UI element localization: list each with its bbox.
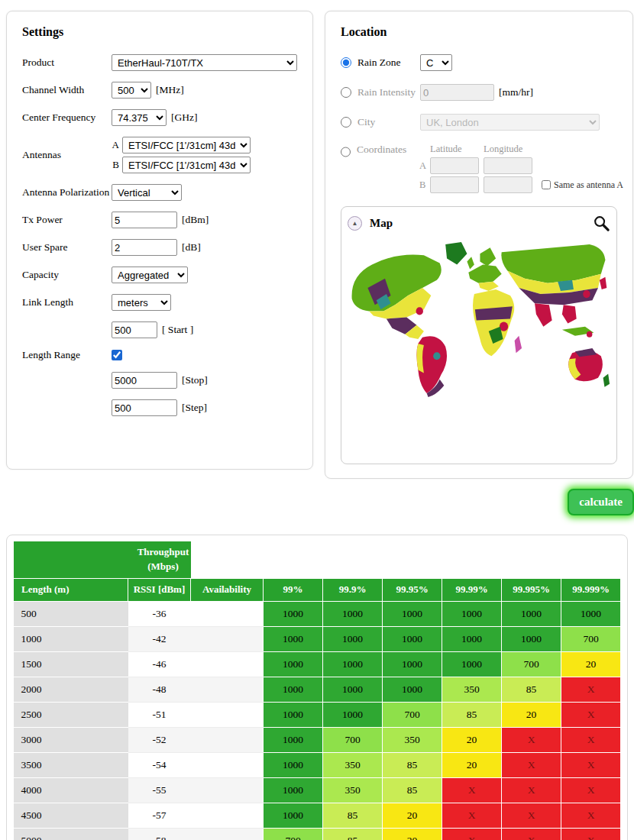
col-length: Length (m) bbox=[14, 578, 128, 601]
rssi-cell: -46 bbox=[128, 651, 191, 677]
top-panels: Settings Product EtherHaul-710T/TX Chann… bbox=[0, 0, 634, 479]
length-cell: 5000 bbox=[14, 828, 128, 840]
antenna-a-select[interactable]: ETSI/FCC [1'/31cm] 43dBi bbox=[122, 137, 251, 153]
rain-zone-row: Rain Zone C bbox=[341, 54, 617, 71]
start-row: [ Start ] bbox=[22, 321, 297, 338]
collapse-map-button[interactable]: ▲ bbox=[348, 216, 362, 231]
result-row: 4500-5710008520XXX bbox=[14, 803, 621, 828]
rssi-cell: -42 bbox=[128, 626, 191, 651]
rain-zone-radio[interactable] bbox=[341, 57, 351, 68]
rssi-cell: -51 bbox=[128, 702, 191, 727]
user-spare-label: User Spare bbox=[22, 241, 112, 254]
throughput-cell: X bbox=[561, 727, 621, 752]
antenna-b-select[interactable]: ETSI/FCC [1'/31cm] 43dBi bbox=[122, 157, 251, 173]
throughput-cell: 1000 bbox=[264, 626, 323, 651]
length-cell: 3000 bbox=[14, 727, 128, 752]
longitude-b-input bbox=[484, 176, 532, 193]
result-row: 1500-46100010001000100070020 bbox=[14, 651, 621, 677]
throughput-header-row: Throughput (Mbps) bbox=[14, 541, 621, 578]
settings-panel: Settings Product EtherHaul-710T/TX Chann… bbox=[6, 11, 313, 470]
link-length-unit-select[interactable]: meters bbox=[112, 294, 171, 311]
availability-cell bbox=[191, 752, 264, 777]
product-select[interactable]: EtherHaul-710T/TX bbox=[112, 54, 297, 71]
throughput-cell: 85 bbox=[323, 828, 383, 840]
results-panel: Throughput (Mbps) Length (m) RSSI [dBm] … bbox=[6, 535, 628, 840]
coord-b-label: B bbox=[419, 179, 425, 191]
availability-cell bbox=[191, 651, 264, 677]
result-row: 4000-55100035085XXX bbox=[14, 777, 621, 803]
stop-row: [Stop] bbox=[22, 372, 297, 389]
city-radio[interactable] bbox=[341, 117, 351, 128]
throughput-cell: 20 bbox=[561, 651, 621, 677]
throughput-cell: X bbox=[502, 727, 561, 752]
throughput-cell: 1000 bbox=[442, 626, 502, 651]
channel-width-select[interactable]: 500 bbox=[112, 82, 151, 99]
length-cell: 2500 bbox=[14, 702, 128, 727]
col-99-99: 99.99% bbox=[442, 578, 502, 601]
throughput-cell: 700 bbox=[264, 828, 323, 840]
rain-zone-select[interactable]: C bbox=[420, 54, 452, 71]
same-as-antenna-a: Same as antenna A bbox=[542, 179, 623, 191]
coordinates-radio[interactable] bbox=[341, 147, 351, 157]
availability-cell bbox=[191, 702, 264, 727]
throughput-cell: 85 bbox=[383, 752, 442, 777]
city-select: UK, London bbox=[420, 114, 600, 131]
start-input[interactable] bbox=[112, 321, 157, 338]
polarization-select[interactable]: Vertical bbox=[112, 184, 182, 201]
calculate-button[interactable]: calculate bbox=[568, 489, 634, 515]
availability-cell bbox=[191, 677, 264, 702]
same-as-antenna-a-checkbox[interactable] bbox=[542, 180, 551, 189]
result-row: 1000-4210001000100010001000700 bbox=[14, 626, 621, 651]
rain-intensity-radio[interactable] bbox=[341, 87, 351, 98]
column-header-row: Length (m) RSSI [dBm] Availability 99% 9… bbox=[14, 578, 621, 601]
rain-intensity-unit: [mm/hr] bbox=[499, 86, 533, 99]
throughput-cell: 1000 bbox=[323, 626, 383, 651]
stop-input[interactable] bbox=[112, 372, 177, 389]
polarization-label: Antenna Polarization bbox=[22, 186, 112, 199]
latitude-a-input bbox=[430, 157, 479, 174]
col-availability: Availability bbox=[191, 578, 264, 601]
throughput-cell: X bbox=[442, 777, 502, 803]
longitude-label: Longitude bbox=[484, 144, 532, 155]
col-99-9: 99.9% bbox=[323, 578, 383, 601]
throughput-cell: X bbox=[561, 777, 621, 803]
result-row: 2500-51100010007008520X bbox=[14, 702, 621, 727]
throughput-cell: X bbox=[502, 777, 561, 803]
throughput-cell: 1000 bbox=[561, 601, 621, 626]
throughput-cell: X bbox=[561, 803, 621, 828]
product-label: Product bbox=[22, 57, 112, 69]
coord-a-label: A bbox=[419, 160, 425, 172]
capacity-label: Capacity bbox=[22, 269, 112, 281]
throughput-cell: 350 bbox=[323, 777, 383, 803]
length-cell: 4500 bbox=[14, 803, 128, 828]
throughput-cell: 1000 bbox=[442, 601, 502, 626]
capacity-select[interactable]: Aggregated bbox=[112, 267, 188, 283]
throughput-cell: X bbox=[561, 677, 621, 702]
col-99-95: 99.95% bbox=[383, 578, 442, 601]
center-frequency-select[interactable]: 74.375 bbox=[112, 109, 167, 126]
rssi-cell: -52 bbox=[128, 727, 191, 752]
map-title: Map bbox=[370, 217, 393, 230]
rain-intensity-row: Rain Intensity [mm/hr] bbox=[341, 84, 617, 101]
rssi-cell: -58 bbox=[128, 828, 191, 840]
length-cell: 4000 bbox=[14, 777, 128, 803]
step-unit: [Step] bbox=[182, 402, 207, 414]
length-range-checkbox[interactable] bbox=[112, 350, 122, 360]
col-99-999: 99.999% bbox=[561, 578, 621, 601]
magnifier-icon[interactable] bbox=[593, 215, 610, 232]
throughput-cell: 1000 bbox=[264, 677, 323, 702]
user-spare-input[interactable] bbox=[112, 239, 177, 256]
throughput-cell: X bbox=[502, 752, 561, 777]
length-range-label: Length Range bbox=[22, 349, 112, 361]
capacity-row: Capacity Aggregated bbox=[22, 267, 297, 283]
throughput-cell: 1000 bbox=[502, 626, 561, 651]
throughput-header: Throughput (Mbps) bbox=[128, 545, 191, 574]
step-input[interactable] bbox=[112, 399, 177, 416]
tx-power-input[interactable] bbox=[112, 212, 177, 228]
channel-width-label: Channel Width bbox=[22, 84, 112, 96]
coordinates-label: Coordinates bbox=[357, 144, 419, 156]
throughput-cell: X bbox=[502, 828, 561, 840]
city-row: City UK, London bbox=[341, 114, 617, 131]
throughput-cell: 85 bbox=[442, 702, 502, 727]
throughput-cell: 1000 bbox=[264, 752, 323, 777]
